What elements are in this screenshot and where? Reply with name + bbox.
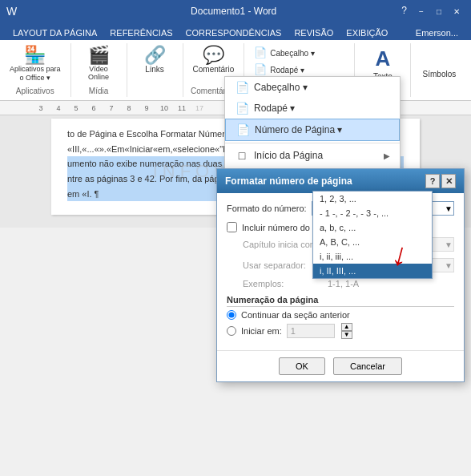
header-icon: 📄: [254, 46, 267, 58]
comment-icon: 💬: [203, 46, 224, 64]
ribbon-group-midia: 🎬 VídeoOnline Mídia: [71, 43, 127, 97]
video-icon: 🎬: [88, 46, 110, 64]
dialog-footer: OK Cancelar: [217, 350, 464, 381]
spinner-up[interactable]: ▲: [341, 323, 352, 331]
inicio-icon: □: [235, 149, 249, 162]
ribbon-item-links[interactable]: 🔗 Links: [141, 45, 169, 75]
group-label-aplicativos: Aplicativos: [16, 87, 54, 95]
ribbon-item-rodape[interactable]: 📄 Rodapé ▾: [251, 62, 348, 77]
window-controls: ? − □ ✕: [397, 3, 465, 19]
continue-label: Continuar da seção anterior: [241, 310, 350, 320]
separator-1: [225, 143, 400, 143]
ribbon-item-cabecalho[interactable]: 📄 Cabeçalho ▾: [251, 45, 348, 60]
format-dropdown-list: 1, 2, 3, ... - 1 -, - 2 -, - 3 -, ... a,…: [312, 191, 433, 279]
ribbon-item-video[interactable]: 🎬 VídeoOnline: [85, 45, 113, 83]
dropdown-item-inicio[interactable]: □ Início da Página ▶: [225, 145, 400, 166]
format-option-2[interactable]: - 1 -, - 2 -, - 3 -, ...: [313, 206, 432, 220]
tab-exibicao[interactable]: EXIBIÇÃO: [340, 26, 394, 40]
include-chapter-checkbox[interactable]: [227, 222, 237, 232]
dialog-title: Formatar número de página: [225, 175, 352, 187]
tab-revisao[interactable]: REVISÃO: [288, 26, 340, 40]
ribbon-item-comentario[interactable]: 💬 Comentário: [190, 45, 238, 75]
dropdown-item-numero-pagina[interactable]: 📄 Número de Página ▾: [225, 119, 400, 141]
format-option-4[interactable]: A, B, C, ...: [313, 235, 432, 249]
help-button[interactable]: ?: [397, 3, 412, 19]
ruler-marks: 3 4 5 6 7 8 9 10 11 17: [32, 104, 208, 112]
start-spinner: ▲ ▼: [341, 323, 352, 339]
include-chapter-label: Incluir número do ...: [242, 223, 320, 232]
numbering-section-label: Numeração da página: [227, 295, 454, 307]
separator-label: Usar separador:: [243, 260, 323, 270]
start-label: Iniciar em:: [241, 326, 282, 336]
ribbon-item-aplicativos[interactable]: 🏪 Aplicativos parao Office ▾: [6, 45, 64, 84]
format-option-6[interactable]: i, II, III, ...: [313, 264, 432, 278]
close-button[interactable]: ✕: [449, 3, 465, 19]
header-dd-icon: 📄: [235, 81, 249, 94]
format-label: Formato do número:: [227, 204, 307, 213]
window-title: Documento1 - Word: [70, 6, 397, 17]
examples-value: 1-1, 1-A: [328, 279, 359, 288]
maximize-button[interactable]: □: [431, 3, 447, 19]
tab-correspondencias[interactable]: CORRESPONDÊNCIAS: [179, 26, 288, 40]
examples-label: Exemplos:: [243, 279, 323, 288]
titlebar: W Documento1 - Word ? − □ ✕: [0, 0, 471, 22]
ribbon-item-simbolos[interactable]: Ω Símbolos: [420, 45, 460, 80]
ribbon-group-links: 🔗 Links: [127, 43, 183, 97]
start-radio[interactable]: [227, 326, 236, 336]
continue-radio-row: Continuar da seção anterior: [227, 310, 454, 320]
dropdown-item-cabecalho[interactable]: 📄 Cabeçalho ▾: [225, 77, 400, 98]
links-icon: 🔗: [144, 46, 166, 64]
text-icon: A: [376, 46, 391, 71]
chapter-starts-label: Capítulo inicia com: [243, 240, 323, 249]
ribbon-group-aplicativos: 🏪 Aplicativos parao Office ▾ Aplicativos: [0, 43, 71, 97]
ribbon-tabs: LAYOUT DA PÁGINA REFERÊNCIAS CORRESPONDÊ…: [0, 22, 471, 40]
group-label-midia: Mídia: [89, 87, 108, 95]
dropdown-item-rodape[interactable]: 📄 Rodapé ▾: [225, 98, 400, 119]
spinner-down[interactable]: ▼: [341, 331, 352, 339]
footer-dd-icon: 📄: [235, 102, 249, 115]
store-icon: 🏪: [24, 46, 46, 64]
dialog-help-btn[interactable]: ?: [425, 174, 440, 188]
minimize-button[interactable]: −: [413, 3, 429, 19]
tab-user[interactable]: Emerson...: [409, 26, 465, 40]
dialog-controls: ? ✕: [425, 174, 456, 188]
tab-referencias[interactable]: REFERÊNCIAS: [103, 26, 179, 40]
ribbon-group-simbolos: Ω Símbolos: [411, 43, 467, 97]
dialog-close-btn[interactable]: ✕: [441, 174, 456, 188]
dialog-titlebar: Formatar número de página ? ✕: [217, 169, 464, 193]
examples-row: Exemplos: 1-1, 1-A: [243, 279, 454, 288]
format-option-5[interactable]: i, ii, iii, ...: [313, 249, 432, 264]
footer-icon: 📄: [254, 63, 267, 75]
cancel-button[interactable]: Cancelar: [333, 357, 402, 375]
format-option-3[interactable]: a, b, c, ...: [313, 220, 432, 235]
start-value-input[interactable]: [287, 324, 335, 338]
omega-icon: Ω: [432, 46, 446, 69]
format-option-1[interactable]: 1, 2, 3, ...: [313, 192, 432, 206]
continue-radio[interactable]: [227, 310, 236, 320]
tab-layout[interactable]: LAYOUT DA PÁGINA: [6, 26, 103, 40]
page-num-dd-icon: 📄: [235, 123, 250, 136]
ok-button[interactable]: OK: [279, 357, 325, 375]
start-radio-row: Iniciar em: ▲ ▼: [227, 323, 454, 339]
